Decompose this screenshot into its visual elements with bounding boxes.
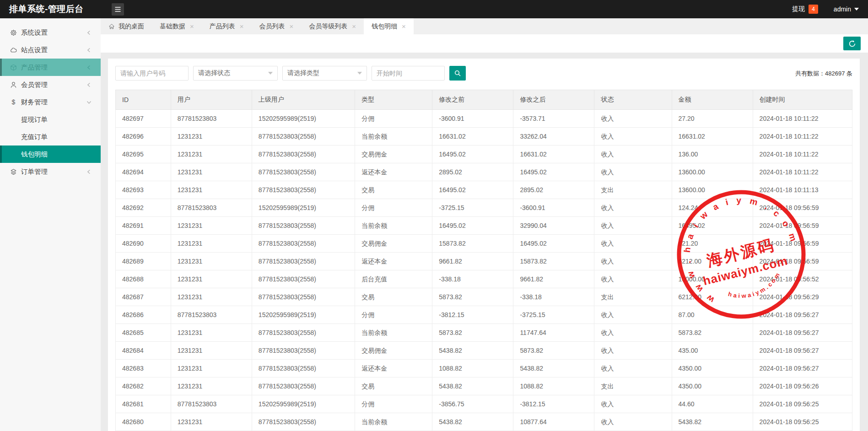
table-cell: 1231231 [171, 270, 252, 288]
tab-bar: 我的桌面基础数据×产品列表×会员列表×会员等级列表×钱包明细× [101, 18, 868, 34]
table-cell: 收入 [594, 145, 672, 163]
table-cell: 2024-01-18 10:11:22 [753, 128, 852, 145]
chevron-left-icon [86, 65, 92, 70]
table-cell: 收入 [594, 360, 672, 377]
refresh-button[interactable] [843, 37, 861, 50]
column-header: 上级用户 [252, 90, 355, 110]
table-cell: 1231231 [171, 413, 252, 431]
user-menu[interactable]: admin [834, 5, 859, 13]
table-cell: 16495.02 [513, 163, 594, 181]
table-cell: 当前余额 [355, 217, 432, 235]
table-cell: 87781523803(2558) [252, 128, 355, 145]
table-cell: -3812.15 [513, 395, 594, 413]
type-select[interactable]: 请选择类型 [282, 66, 367, 81]
tab-label: 会员等级列表 [309, 22, 347, 31]
table-cell: 收入 [594, 324, 672, 342]
app-title: 排单系统-管理后台 [0, 3, 101, 15]
table-cell: 16631.02 [513, 145, 594, 163]
sidebar-item-钱包明细[interactable]: 钱包明细 [0, 145, 101, 163]
table-cell: 5438.82 [432, 377, 513, 395]
table-cell: 收入 [594, 306, 672, 324]
table-cell: 482687 [116, 288, 171, 306]
type-select-value: 请选择类型 [287, 69, 319, 77]
table-cell: 87781523803(2558) [252, 342, 355, 360]
table-row: 482689123123187781523803(2558)返还本金9661.8… [116, 253, 852, 270]
table-cell: 后台充值 [355, 270, 432, 288]
tab[interactable]: 会员列表× [252, 18, 302, 34]
table-cell: 1231231 [171, 181, 252, 199]
filter-bar: 请选择状态 请选择类型 [108, 59, 860, 81]
table-cell: 交易佣金 [355, 145, 432, 163]
column-header: 修改之后 [513, 90, 594, 110]
table-cell: 2024-01-18 09:56:59 [753, 199, 852, 217]
tab[interactable]: 钱包明细× [364, 18, 414, 34]
table-cell: 87781523803 [171, 395, 252, 413]
table-cell: 87781523803(2558) [252, 181, 355, 199]
table-cell: 2024-01-18 09:56:59 [753, 217, 852, 235]
start-time-input[interactable] [372, 66, 445, 81]
table-body: 4826978778152380315202595989(2519)分佣-360… [116, 110, 852, 431]
table-cell: 收入 [594, 395, 672, 413]
tab-close-icon[interactable]: × [290, 23, 294, 30]
sidebar-item-订单管理[interactable]: 订单管理 [0, 163, 101, 180]
table-cell: 5873.82 [432, 288, 513, 306]
tab[interactable]: 基础数据× [152, 18, 202, 34]
sidebar-item-财务管理[interactable]: $财务管理 [0, 93, 101, 111]
table-cell: 87781523803(2558) [252, 163, 355, 181]
table-row: 4826818778152380315202595989(2519)分佣-385… [116, 395, 852, 413]
status-select[interactable]: 请选择状态 [193, 66, 278, 81]
table-cell: 2024-01-18 10:11:13 [753, 181, 852, 199]
sidebar-item-提现订单[interactable]: 提现订单 [0, 111, 101, 128]
table-cell: 1231231 [171, 377, 252, 395]
table-cell: 1231231 [171, 163, 252, 181]
table-cell: 收入 [594, 413, 672, 431]
chevron-down-icon [854, 8, 859, 11]
table-cell: 482684 [116, 342, 171, 360]
table-row: 482683123123187781523803(2558)返还本金1088.8… [116, 360, 852, 377]
table-cell: 5873.82 [513, 342, 594, 360]
search-button[interactable] [449, 66, 466, 81]
tab-close-icon[interactable]: × [352, 23, 356, 30]
table-row: 482695123123187781523803(2558)交易佣金16495.… [116, 145, 852, 163]
table-row: 482691123123187781523803(2558)当前余额16495.… [116, 217, 852, 235]
sidebar-item-会员管理[interactable]: 会员管理 [0, 76, 101, 93]
tab[interactable]: 会员等级列表× [301, 18, 364, 34]
column-header: 用户 [171, 90, 252, 110]
table-cell: 1231231 [171, 145, 252, 163]
table-cell: 482697 [116, 110, 171, 128]
table-cell: 1088.82 [432, 360, 513, 377]
table-cell: 2024-01-18 10:11:22 [753, 163, 852, 181]
table-row: 4826868778152380315202595989(2519)分佣-381… [116, 306, 852, 324]
table-cell: 15873.82 [513, 253, 594, 270]
table-cell: 分佣 [355, 306, 432, 324]
table-cell: 1231231 [171, 324, 252, 342]
tab-close-icon[interactable]: × [402, 23, 406, 30]
table-cell: 支出 [594, 377, 672, 395]
table-row: 4826928778152380315202595989(2519)分佣-372… [116, 199, 852, 217]
table-cell: 2024-01-18 09:56:52 [753, 270, 852, 288]
tab-close-icon[interactable]: × [240, 23, 244, 30]
tab[interactable]: 产品列表× [202, 18, 252, 34]
table-cell: 16495.02 [432, 145, 513, 163]
table-row: 482680123123187781523803(2558)当前余额5438.8… [116, 413, 852, 431]
table-cell: 482688 [116, 270, 171, 288]
sidebar-item-产品管理[interactable]: 产品管理 [0, 59, 101, 76]
tab-close-icon[interactable]: × [190, 23, 194, 30]
table-cell: 2024-01-18 09:56:59 [753, 253, 852, 270]
column-header: ID [116, 90, 171, 110]
table-cell: 87781523803(2558) [252, 377, 355, 395]
sidebar-item-系统设置[interactable]: 系统设置 [0, 24, 101, 41]
sidebar-item-站点设置[interactable]: 站点设置 [0, 41, 101, 59]
user-id-input[interactable] [115, 66, 189, 81]
withdraw-menu[interactable]: 提现 4 [792, 5, 818, 14]
table-cell: 返还本金 [355, 163, 432, 181]
table-cell: 1231231 [171, 128, 252, 145]
table-cell: 87781523803(2558) [252, 288, 355, 306]
table-cell: 87781523803(2558) [252, 235, 355, 253]
table-cell: 13600.00 [672, 181, 753, 199]
sidebar-collapse-button[interactable] [112, 3, 124, 16]
table-cell: 1231231 [171, 288, 252, 306]
sidebar: 系统设置站点设置产品管理会员管理$财务管理提现订单充值订单钱包明细订单管理 [0, 18, 101, 431]
sidebar-item-充值订单[interactable]: 充值订单 [0, 128, 101, 145]
tab[interactable]: 我的桌面 [101, 18, 152, 34]
